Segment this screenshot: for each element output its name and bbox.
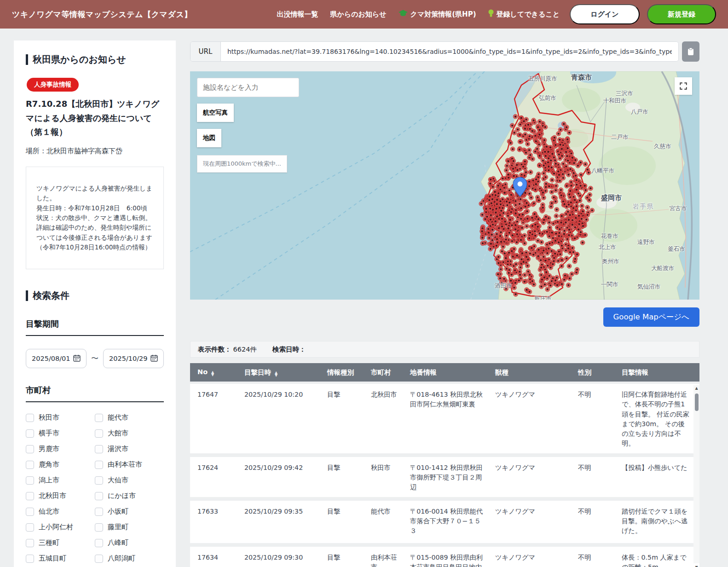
checkbox[interactable]: [95, 445, 103, 453]
municipality-checkbox-item[interactable]: 由利本荘市: [95, 460, 164, 469]
municipality-checkbox-item[interactable]: 大館市: [95, 429, 164, 438]
checkbox[interactable]: [95, 414, 103, 422]
cell-sighting-info: 旧阿仁体育館跡地付近で、体長不明の子熊1頭を目撃。 付近の民家まで約30m。 そ…: [614, 390, 699, 449]
municipality-checkbox-item[interactable]: 横手市: [26, 429, 95, 438]
scroll-down-icon[interactable]: ▼: [695, 564, 698, 567]
municipality-label: 横手市: [39, 429, 59, 438]
date-range-tilde: 〜: [91, 354, 98, 364]
count-label: 表示件数：: [198, 345, 231, 354]
table-scrollbar[interactable]: ▲ ▼: [693, 385, 699, 563]
cell-sighting-info: 踏切付近でクマ１頭を目撃。南側のやぶへ逃げた。: [614, 507, 699, 538]
table-body: 17647 2025/10/29 10:20 目撃 北秋田市 〒018-4613…: [190, 384, 699, 567]
municipality-label: 八郎潟町: [108, 554, 135, 563]
municipality-checkbox-item[interactable]: 大仙市: [95, 476, 164, 485]
notice-body-line: 発生日時：令和7年10月28日 6:00頃: [36, 203, 153, 213]
municipality-label: 秋田市: [39, 413, 59, 422]
sort-icon[interactable]: ▲▼: [211, 371, 214, 376]
notice-body-line: ツキノワグマによる人身被害が発生しました。: [36, 184, 153, 203]
map-type-button[interactable]: 地図: [197, 129, 221, 147]
municipality-checkbox-item[interactable]: 藤里町: [95, 523, 164, 532]
municipality-checkbox-item[interactable]: 男鹿市: [26, 445, 95, 453]
date-from-value: 2025/08/01: [32, 355, 70, 362]
nav-register-benefits[interactable]: 登録してできること: [488, 9, 560, 19]
municipality-label: 大館市: [108, 429, 128, 438]
municipality-checkbox-item[interactable]: 八峰町: [95, 538, 164, 547]
url-input[interactable]: [221, 42, 678, 61]
table-row[interactable]: 17633 2025/10/29 09:35 目撃 能代市 〒016-0014 …: [190, 501, 699, 543]
municipality-checkbox-item[interactable]: 上小阿仁村: [26, 523, 95, 532]
date-to-input[interactable]: 2025/10/29: [103, 349, 164, 368]
checkbox[interactable]: [26, 508, 34, 516]
nav-sightings-list[interactable]: 出没情報一覧: [277, 10, 318, 19]
checkbox[interactable]: [26, 445, 34, 453]
map-canvas[interactable]: 五所川原市 青森市 弘前市 三沢市 十和田市 八戸市 二戸市 久慈市 八幡平市 …: [190, 71, 699, 300]
cell-no: 17647: [190, 390, 237, 449]
calendar-icon: [73, 354, 81, 363]
municipality-label: 上小阿仁村: [39, 523, 73, 532]
cell-info-type: 目撃: [320, 507, 364, 538]
checkbox[interactable]: [26, 523, 34, 532]
cell-info-type: 目撃: [320, 390, 364, 449]
sort-icon[interactable]: ▲▼: [275, 371, 277, 377]
checkbox[interactable]: [95, 492, 103, 500]
nav-prefecture-news[interactable]: 県からのお知らせ: [330, 10, 386, 19]
aerial-photo-button[interactable]: 航空写真: [197, 104, 234, 122]
google-map-button[interactable]: Google Mapページへ: [603, 307, 699, 327]
checkbox[interactable]: [95, 429, 103, 438]
graduation-cap-icon: [399, 10, 408, 19]
map-search-input[interactable]: [197, 78, 299, 97]
column-no[interactable]: No▲▼: [190, 368, 237, 376]
municipality-checkbox-item[interactable]: 小坂町: [95, 507, 164, 516]
municipality-checkbox-item[interactable]: 鹿角市: [26, 460, 95, 469]
municipality-label: 男鹿市: [39, 445, 59, 453]
cell-datetime: 2025/10/29 09:42: [237, 463, 320, 492]
checkbox[interactable]: [95, 555, 103, 563]
cell-datetime: 2025/10/29 09:30: [237, 553, 320, 567]
checkbox[interactable]: [95, 539, 103, 547]
checkbox[interactable]: [26, 429, 34, 438]
municipality-checkbox-item[interactable]: 北秋田市: [26, 492, 95, 500]
municipality-list: 秋田市 能代市 横手市 大館市 男鹿市 湯沢市 鹿角市 由利本荘市 潟上市 大仙…: [26, 413, 164, 567]
municipality-checkbox-item[interactable]: 秋田市: [26, 413, 95, 422]
cell-info-type: 目撃: [320, 553, 364, 567]
checkbox[interactable]: [26, 476, 34, 485]
copy-url-button[interactable]: [682, 41, 699, 62]
municipality-checkbox-item[interactable]: 能代市: [95, 413, 164, 422]
municipality-checkbox-item[interactable]: 八郎潟町: [95, 554, 164, 563]
cell-species: ツキノワグマ: [488, 463, 571, 492]
app-title: ツキノワグマ等情報マップシステム【クマダス】: [12, 9, 192, 20]
column-datetime[interactable]: 目撃日時▲▼: [237, 368, 320, 377]
checkbox[interactable]: [95, 523, 103, 532]
municipality-checkbox-item[interactable]: 湯沢市: [95, 445, 164, 453]
checkbox[interactable]: [95, 461, 103, 469]
municipality-label: 仙北市: [39, 507, 59, 516]
fullscreen-button[interactable]: [675, 77, 692, 95]
register-button[interactable]: 新規登録: [647, 4, 716, 24]
checkbox[interactable]: [95, 476, 103, 485]
nav-bear-measures[interactable]: クマ対策情報(県HP): [399, 10, 476, 19]
table-row[interactable]: 17624 2025/10/29 09:42 目撃 秋田市 〒010-1412 …: [190, 457, 699, 497]
checkbox[interactable]: [26, 414, 34, 422]
notice-title[interactable]: R7.10.28【北秋田市】ツキノワグマによる人身被害の発生について（第１報）: [26, 97, 164, 139]
heading-bar: [26, 54, 28, 65]
login-button[interactable]: ログイン: [570, 4, 640, 24]
scrollbar-thumb[interactable]: [695, 393, 699, 411]
nav-bear-measures-label: クマ対策情報(県HP): [410, 10, 476, 19]
municipality-checkbox-item[interactable]: にかほ市: [95, 492, 164, 500]
municipality-checkbox-item[interactable]: 潟上市: [26, 476, 95, 485]
scroll-up-icon[interactable]: ▲: [695, 385, 698, 392]
checkbox[interactable]: [26, 555, 34, 563]
checkbox[interactable]: [95, 508, 103, 516]
notice-place: 場所：北秋田市脇神字高森下岱: [26, 147, 164, 156]
municipality-checkbox-item[interactable]: 三種町: [26, 538, 95, 547]
checkbox[interactable]: [26, 461, 34, 469]
table-row[interactable]: 17647 2025/10/29 10:20 目撃 北秋田市 〒018-4613…: [190, 384, 699, 453]
municipality-checkbox-item[interactable]: 五城目町: [26, 554, 95, 563]
checkbox[interactable]: [26, 492, 34, 500]
municipality-checkbox-item[interactable]: 仙北市: [26, 507, 95, 516]
cell-address: 〒015-0089 秋田県由利本荘市鳥田目鳥田目地内: [403, 553, 488, 567]
column-sex: 性別: [571, 368, 614, 377]
date-from-input[interactable]: 2025/08/01: [26, 349, 87, 368]
checkbox[interactable]: [26, 539, 34, 547]
table-row[interactable]: 17634 2025/10/29 09:30 目撃 由利本荘市 〒015-008…: [190, 547, 699, 567]
